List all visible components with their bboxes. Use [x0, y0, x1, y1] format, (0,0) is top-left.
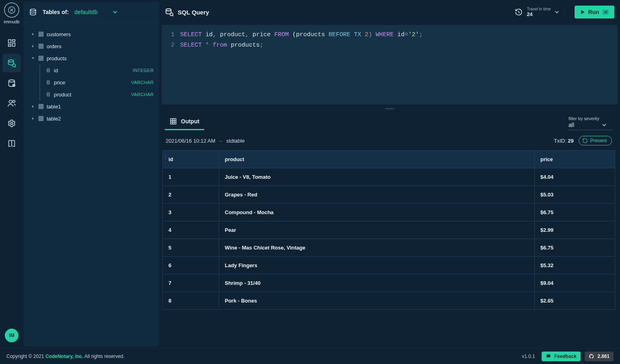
drag-handle-icon[interactable]: ⋮⋮	[162, 154, 169, 160]
version-label: v1.0.1	[522, 354, 535, 359]
column-icon	[44, 80, 52, 85]
database-name: defaultdb	[74, 9, 98, 15]
cell-price: $9.04	[535, 274, 615, 292]
output-panel: Output filter by severity all 2021/06/16…	[162, 112, 618, 346]
svg-point-5	[8, 60, 14, 62]
table-icon	[37, 43, 45, 49]
column-price[interactable]: priceVARCHAR	[27, 76, 155, 88]
svg-rect-3	[12, 43, 15, 46]
column-name: id	[54, 67, 133, 74]
cell-product: Grapes - Red	[219, 186, 535, 204]
grid-icon	[170, 118, 177, 125]
copyright-suffix: All rights reserved.	[83, 354, 124, 359]
table-row[interactable]: 4Pear$2.99	[163, 221, 615, 239]
rail-guide[interactable]	[2, 134, 21, 153]
database-select[interactable]: defaultdb	[74, 9, 117, 15]
tab-output[interactable]: Output	[165, 114, 204, 130]
table-name: products	[47, 55, 67, 61]
present-button[interactable]: Present	[579, 136, 612, 145]
cell-id: 1	[163, 168, 219, 186]
svg-rect-15	[39, 56, 43, 61]
rail-settings[interactable]	[2, 114, 21, 133]
brand-logo	[4, 2, 19, 18]
svg-point-10	[13, 100, 15, 103]
table-name: orders	[47, 43, 62, 49]
feedback-label: Feedback	[554, 354, 577, 359]
cell-product: Wine - Mas Chicet Rose, Vintage	[219, 239, 535, 257]
feedback-button[interactable]: Feedback	[542, 352, 581, 361]
table-products[interactable]: products	[27, 52, 155, 64]
svg-rect-18	[47, 93, 49, 96]
nav-rail: immudb IM	[0, 0, 23, 348]
github-stars[interactable]: 2.861	[585, 352, 614, 361]
column-icon	[44, 67, 52, 73]
cell-id: 8	[163, 292, 219, 310]
column-product[interactable]: productVARCHAR	[27, 88, 155, 100]
table-orders[interactable]: orders	[27, 40, 155, 52]
caret-icon	[29, 32, 37, 36]
cell-product: Shrimp - 31/40	[219, 274, 535, 292]
column-type: VARCHAR	[131, 92, 154, 97]
table-customers[interactable]: customers	[27, 28, 155, 40]
svg-rect-20	[39, 117, 43, 121]
cell-product: Lady Fingers	[219, 257, 535, 274]
col-price[interactable]: price	[535, 151, 615, 168]
table-row[interactable]: 5Wine - Mas Chicet Rose, Vintage$6.75	[163, 239, 615, 257]
cell-id: 7	[163, 274, 219, 292]
tab-output-label: Output	[181, 118, 199, 125]
user-avatar[interactable]: IM	[5, 329, 18, 342]
copyright-prefix: Copyright © 2021	[6, 354, 45, 359]
company-link[interactable]: CodeNotary, Inc.	[45, 354, 83, 359]
svg-rect-14	[39, 44, 43, 49]
cell-id: 5	[163, 239, 219, 257]
table-table1[interactable]: table1	[27, 100, 155, 112]
result-source: stdtable	[226, 138, 245, 144]
table-table2[interactable]: table2	[27, 112, 155, 125]
github-stars-count: 2.861	[597, 354, 610, 359]
chevron-down-icon	[113, 10, 117, 14]
svg-point-12	[30, 9, 35, 11]
table-row[interactable]: 7Shrimp - 31/40$9.04	[163, 274, 615, 292]
chat-icon	[546, 354, 551, 359]
col-id[interactable]: id	[163, 151, 219, 168]
column-id[interactable]: idINTEGER	[27, 64, 155, 76]
rail-users[interactable]	[2, 94, 21, 112]
cell-price: $2.99	[535, 221, 615, 239]
tx-id: TxID: 29	[554, 138, 573, 144]
svg-point-7	[9, 80, 15, 82]
sql-editor[interactable]: 1SELECT id, product, price FROM (product…	[162, 25, 618, 104]
time-travel-label: Travel in time	[527, 7, 551, 11]
svg-rect-2	[12, 40, 15, 42]
cell-product: Pear	[219, 221, 535, 239]
table-name: customers	[47, 31, 71, 37]
svg-rect-4	[8, 45, 11, 47]
resize-handle[interactable]	[162, 107, 618, 110]
table-row[interactable]: 8Pork - Bones$2.65	[163, 292, 615, 310]
table-row[interactable]: 6Lady Fingers$5.32	[163, 257, 615, 274]
footer: Copyright © 2021 CodeNotary, Inc. All ri…	[0, 348, 620, 364]
run-button-label: Run	[588, 9, 599, 15]
table-row[interactable]: 1Juice - V8, Tomato$4.04	[163, 168, 615, 186]
table-name: table1	[47, 104, 61, 110]
column-type: INTEGER	[133, 68, 154, 73]
table-icon	[37, 55, 45, 61]
cell-id: 3	[163, 204, 219, 221]
rail-manage[interactable]	[2, 74, 21, 92]
svg-rect-13	[39, 32, 43, 37]
table-row[interactable]: 2Grapes - Red$5.03	[163, 186, 615, 204]
database-icon	[29, 8, 37, 16]
severity-filter[interactable]: filter by severity all	[569, 116, 613, 130]
cell-product: Pork - Bones	[219, 292, 535, 310]
result-timestamp: 2021/06/16 10:12 AM	[166, 138, 216, 144]
rail-query[interactable]	[2, 54, 21, 72]
svg-rect-16	[47, 69, 49, 72]
cell-product: Compound - Mocha	[219, 204, 535, 221]
cell-price: $6.75	[535, 204, 615, 221]
run-shortcut: ⏎	[602, 10, 609, 15]
time-travel-select[interactable]: Travel in time 24	[515, 7, 565, 17]
table-row[interactable]: 3Compound - Mocha$6.75	[163, 204, 615, 221]
run-button[interactable]: Run ⏎	[575, 6, 614, 18]
rail-dashboard[interactable]	[2, 34, 21, 52]
caret-icon	[29, 56, 37, 60]
col-product[interactable]: product	[219, 151, 535, 168]
